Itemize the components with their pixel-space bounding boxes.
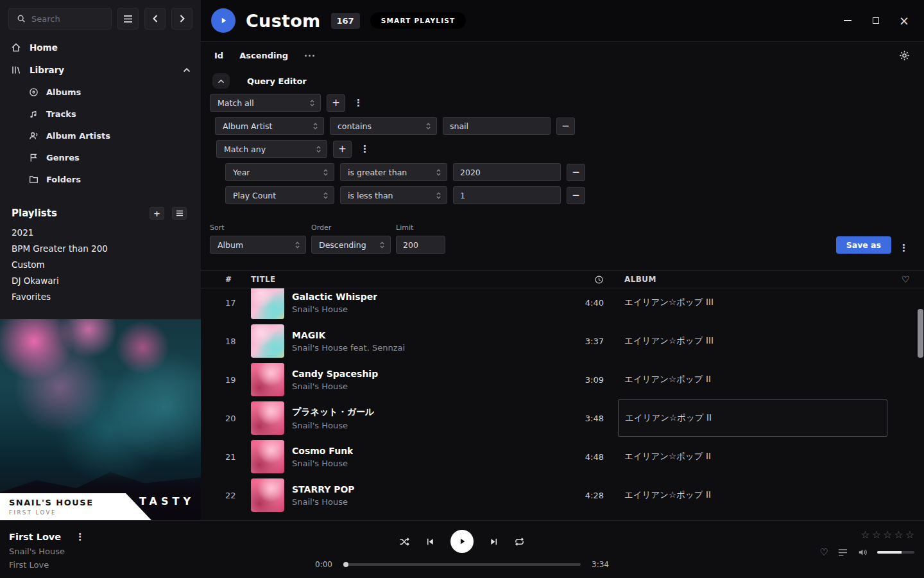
track-album-focused[interactable]: エイリアン☆ポップ II [618, 399, 887, 437]
rule-operator-select[interactable]: is less than [340, 186, 447, 204]
track-duration: 4:28 [546, 491, 604, 500]
save-menu-button[interactable]: ⋮ [896, 242, 911, 254]
track-album: エイリアン☆ポップ II [624, 489, 887, 501]
track-artist: Snail's House [292, 497, 355, 507]
sort-field-button[interactable]: Id [214, 51, 223, 60]
limit-input[interactable] [396, 236, 445, 254]
sort-label: Sort [210, 223, 306, 232]
updown-icon [295, 241, 300, 249]
sort-select[interactable]: Album [210, 236, 306, 254]
sidebar-item-folders[interactable]: Folders [0, 168, 201, 190]
rule-value-input[interactable] [453, 186, 561, 204]
star-icon[interactable]: ☆ [872, 529, 881, 541]
column-favorite[interactable]: ♡ [887, 274, 924, 285]
playlist-list-button[interactable] [172, 207, 187, 220]
rule-field-select[interactable]: Year [225, 163, 334, 181]
track-row[interactable]: 17 Galactic Whisper Snail's House 4:40 エ… [201, 288, 924, 322]
rule-operator-select[interactable]: contains [330, 117, 437, 135]
back-button[interactable] [144, 8, 166, 30]
track-number: 19 [225, 375, 251, 385]
add-group-rule-button[interactable]: + [333, 141, 352, 158]
next-button[interactable] [489, 537, 499, 547]
repeat-button[interactable] [514, 537, 525, 547]
rating-stars[interactable]: ☆ ☆ ☆ ☆ ☆ [860, 529, 914, 541]
add-playlist-button[interactable]: + [150, 207, 164, 220]
playlist-item-custom[interactable]: Custom [0, 257, 201, 273]
playlist-item-2021[interactable]: 2021 [0, 225, 201, 241]
menu-button[interactable] [117, 8, 139, 30]
star-icon[interactable]: ☆ [883, 529, 892, 541]
order-select[interactable]: Descending [311, 236, 391, 254]
list-icon [176, 210, 184, 216]
match-mode-select[interactable]: Match all [210, 94, 321, 112]
save-as-button[interactable]: Save as [836, 236, 891, 254]
rule-value-input[interactable] [443, 117, 551, 135]
column-album[interactable]: ALBUM [624, 275, 887, 284]
playlist-item-dj-okawari[interactable]: DJ Okawari [0, 273, 201, 289]
volume-slider[interactable] [877, 551, 914, 554]
queue-button[interactable] [838, 548, 848, 557]
sidebar-item-home[interactable]: Home [0, 36, 201, 58]
track-row[interactable]: 21 Cosmo Funk Snail's House 4:48 エイリアン☆ポ… [201, 437, 924, 476]
remove-rule-button[interactable]: − [556, 118, 575, 135]
close-button[interactable]: × [900, 16, 909, 25]
previous-button[interactable] [425, 537, 435, 547]
track-duration: 3:09 [546, 375, 604, 385]
play-playlist-button[interactable] [211, 8, 235, 33]
favorite-button[interactable]: ♡ [820, 547, 828, 558]
minimize-button[interactable] [843, 16, 852, 25]
track-artist: Snail's House [292, 304, 377, 314]
shuffle-button[interactable] [399, 537, 410, 547]
remove-rule-button[interactable]: − [567, 164, 585, 181]
search-box[interactable] [8, 8, 112, 30]
search-icon [15, 13, 26, 24]
query-rule-row: Year is greater than − [225, 163, 924, 181]
group-match-mode-select[interactable]: Match any [216, 140, 327, 158]
sidebar-item-label: Library [30, 65, 64, 75]
more-options-button[interactable]: ··· [304, 51, 316, 60]
column-title[interactable]: TITLE [251, 275, 546, 284]
now-playing-menu-button[interactable]: ⋮ [73, 531, 87, 543]
track-row[interactable]: 20 プラネット・ガール Snail's House 3:48 エイリアン☆ポッ… [201, 399, 924, 437]
search-input[interactable] [31, 14, 105, 24]
sidebar-item-albums[interactable]: Albums [0, 81, 201, 103]
star-icon[interactable]: ☆ [905, 529, 914, 541]
settings-button[interactable] [899, 50, 910, 61]
remove-rule-button[interactable]: − [567, 187, 585, 204]
sidebar-item-tracks[interactable]: Tracks [0, 103, 201, 125]
sort-direction-button[interactable]: Ascending [239, 51, 288, 60]
chevron-up-icon[interactable] [183, 67, 191, 73]
sidebar-item-genres[interactable]: Genres [0, 146, 201, 168]
group-menu-button[interactable]: ⋮ [357, 143, 372, 155]
rule-operator-select[interactable]: is greater than [340, 163, 447, 181]
window-controls: × [843, 16, 916, 25]
playlist-item-favorites[interactable]: Favorites [0, 289, 201, 305]
column-index[interactable]: # [225, 275, 251, 284]
sidebar-item-album-artists[interactable]: Album Artists [0, 125, 201, 146]
track-row[interactable]: 22 STARRY POP Snail's House 4:28 エイリアン☆ポ… [201, 476, 924, 514]
column-duration[interactable] [546, 275, 604, 285]
star-icon[interactable]: ☆ [860, 529, 869, 541]
rule-field-select[interactable]: Play Count [225, 186, 334, 204]
rule-value-input[interactable] [453, 163, 561, 181]
track-row[interactable]: 18 MAGIK Snail's House feat. Sennzai 3:3… [201, 322, 924, 360]
seek-bar[interactable] [343, 563, 581, 566]
star-icon[interactable]: ☆ [894, 529, 903, 541]
play-pause-button[interactable] [450, 530, 474, 553]
forward-button[interactable] [171, 8, 193, 30]
rule-menu-button[interactable]: ⋮ [351, 97, 366, 109]
collapse-query-editor-button[interactable] [212, 73, 230, 89]
rule-field-select[interactable]: Album Artist [215, 117, 324, 135]
volume-button[interactable] [857, 548, 868, 557]
add-rule-button[interactable]: + [327, 94, 345, 112]
sort-value: Album [218, 240, 243, 250]
updown-icon [312, 122, 318, 130]
sidebar-item-library[interactable]: Library [0, 58, 201, 81]
playlist-item-bpm[interactable]: BPM Greater than 200 [0, 241, 201, 257]
track-row[interactable]: 19 Candy Spaceship Snail's House 3:09 エイ… [201, 360, 924, 399]
query-sort-row: Sort Album Order Descending Limit Save a… [210, 223, 924, 254]
maximize-button[interactable] [871, 16, 880, 25]
track-title: MAGIK [292, 330, 405, 340]
scrollbar-thumb[interactable] [918, 309, 923, 358]
seek-handle[interactable] [343, 562, 348, 567]
